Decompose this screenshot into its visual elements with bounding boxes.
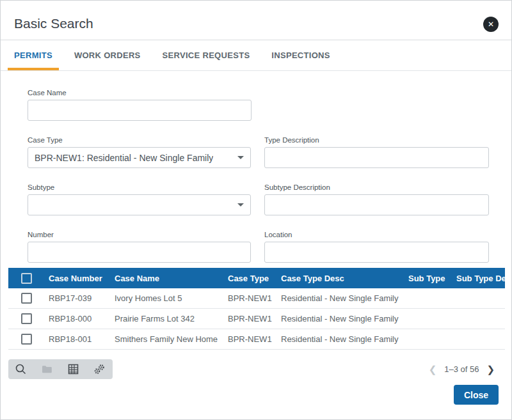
col-header-case-type[interactable]: Case Type	[228, 274, 281, 283]
table-row[interactable]: RBP18-000 Prairie Farms Lot 342 BPR-NEW1…	[8, 309, 505, 329]
table-row[interactable]: RBP18-001 Smithers Family New Home BPR-N…	[8, 329, 505, 350]
col-header-case-number[interactable]: Case Number	[49, 274, 115, 283]
results-table: Case Number Case Name Case Type Case Typ…	[8, 268, 505, 350]
select-all-checkbox[interactable]	[21, 273, 32, 284]
case-type-selected-value: BPR-NEW1: Residential - New Single Famil…	[35, 153, 213, 163]
tab-inspections[interactable]: INSPECTIONS	[265, 40, 336, 70]
col-header-sub-type[interactable]: Sub Type	[408, 274, 456, 283]
tab-work-orders[interactable]: WORK ORDERS	[68, 40, 147, 70]
col-header-sub-type-desc[interactable]: Sub Type Desc	[456, 274, 505, 283]
cell-case-number: RBP18-001	[49, 334, 115, 344]
tab-bar: PERMITS WORK ORDERS SERVICE REQUESTS INS…	[1, 40, 511, 71]
cell-case-type-desc: Residential - New Single Family	[281, 314, 408, 323]
table-header-row: Case Number Case Name Case Type Case Typ…	[8, 268, 505, 288]
number-label: Number	[28, 231, 251, 238]
cell-case-type-desc: Residential - New Single Family	[281, 293, 408, 303]
cell-case-type: BPR-NEW1	[228, 334, 281, 344]
chevron-down-icon	[237, 203, 244, 206]
subtype-select[interactable]	[28, 194, 251, 215]
row-checkbox[interactable]	[21, 293, 32, 304]
type-description-label: Type Description	[264, 136, 489, 144]
case-name-input[interactable]	[28, 100, 252, 121]
table-footer: ❮ 1–3 of 56 ❯	[8, 359, 504, 379]
chevron-down-icon	[237, 156, 244, 159]
cell-case-name: Prairie Farms Lot 342	[115, 314, 228, 323]
workflow-gears-icon[interactable]	[93, 363, 106, 375]
dialog-footer: Close	[454, 385, 499, 405]
table-row[interactable]: RBP17-039 Ivory Homes Lot 5 BPR-NEW1 Res…	[8, 288, 505, 309]
cell-case-number: RBP17-039	[49, 293, 115, 303]
close-icon[interactable]: ✕	[483, 17, 499, 32]
location-label: Location	[264, 231, 489, 238]
pagination-prev-icon[interactable]: ❮	[429, 364, 437, 374]
location-input[interactable]	[264, 242, 489, 263]
cell-case-type: BPR-NEW1	[228, 293, 281, 303]
page-title: Basic Search	[14, 16, 93, 31]
table-body: RBP17-039 Ivory Homes Lot 5 BPR-NEW1 Res…	[8, 288, 505, 350]
search-form: Case Name Case Type BPR-NEW1: Residentia…	[1, 71, 511, 263]
subtype-description-label: Subtype Description	[264, 183, 489, 191]
case-name-label: Case Name	[28, 89, 252, 97]
pagination: ❮ 1–3 of 56 ❯	[429, 364, 495, 374]
dialog-header: Basic Search ✕	[1, 1, 511, 40]
cell-case-name: Ivory Homes Lot 5	[115, 293, 228, 303]
row-checkbox[interactable]	[21, 334, 32, 345]
table-grid-icon[interactable]	[67, 363, 79, 375]
folder-icon	[41, 363, 53, 375]
col-header-case-type-desc[interactable]: Case Type Desc	[281, 274, 408, 283]
number-input[interactable]	[28, 242, 251, 263]
col-header-case-name[interactable]: Case Name	[115, 274, 228, 283]
tab-permits[interactable]: PERMITS	[8, 40, 59, 70]
row-checkbox[interactable]	[21, 313, 32, 324]
close-button[interactable]: Close	[454, 385, 499, 405]
type-description-input[interactable]	[264, 147, 489, 168]
cell-case-name: Smithers Family New Home	[115, 334, 228, 344]
case-type-select[interactable]: BPR-NEW1: Residential - New Single Famil…	[28, 147, 251, 168]
cell-case-type: BPR-NEW1	[228, 314, 281, 323]
search-icon[interactable]	[15, 363, 27, 375]
tab-service-requests[interactable]: SERVICE REQUESTS	[156, 40, 257, 70]
subtype-label: Subtype	[28, 183, 251, 191]
cell-case-type-desc: Residential - New Single Family	[281, 334, 408, 344]
cell-case-number: RBP18-000	[49, 314, 115, 323]
pagination-range-label: 1–3 of 56	[444, 364, 479, 374]
grid-toolbar	[8, 359, 113, 379]
subtype-description-input[interactable]	[264, 194, 489, 215]
case-type-label: Case Type	[28, 136, 251, 144]
pagination-next-icon[interactable]: ❯	[486, 364, 495, 374]
